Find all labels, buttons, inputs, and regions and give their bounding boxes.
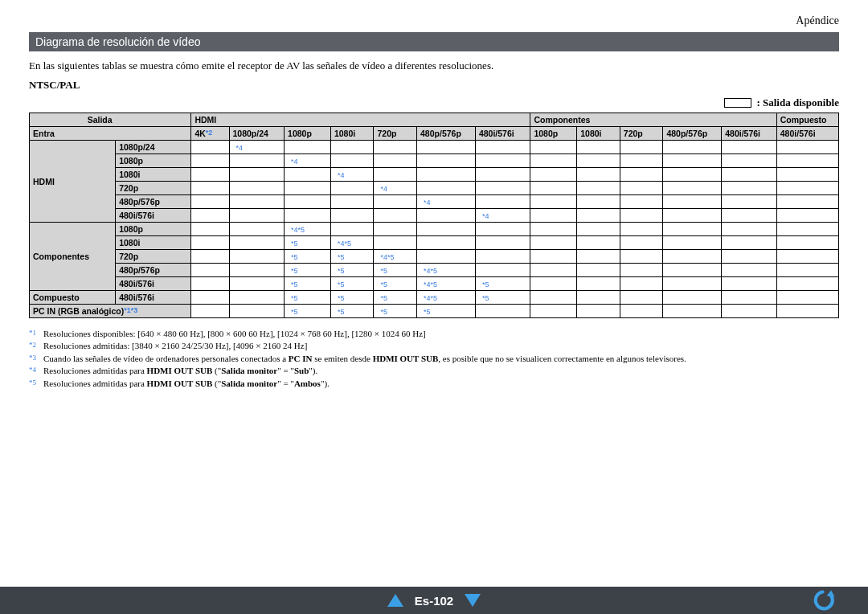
out-col-header: 720p — [620, 127, 663, 141]
cell — [722, 250, 777, 264]
cell — [191, 209, 229, 223]
cell: *5 — [475, 277, 530, 291]
cell — [530, 264, 577, 277]
cell — [191, 264, 229, 277]
cell — [577, 141, 620, 154]
return-icon[interactable] — [812, 588, 836, 612]
cell — [229, 250, 285, 264]
cell — [530, 168, 577, 182]
cell — [620, 236, 663, 250]
table-row: 720p*5*5*4*5 — [30, 250, 839, 264]
footnote-text: Resoluciones disponibles: [640 × 480 60 … — [43, 328, 426, 340]
row-label: 480p/576p — [116, 264, 191, 277]
table-row: Componentes1080p*4*5 — [30, 223, 839, 236]
footnote: *3Cuando las señales de vídeo de ordenad… — [29, 353, 839, 365]
cell: *4*5 — [330, 236, 374, 250]
cell — [475, 236, 530, 250]
table-row: HDMI1080p/24*4 — [30, 141, 839, 154]
table-row: 480i/576i*4 — [30, 209, 839, 223]
row-group: Compuesto — [30, 291, 116, 305]
out-col-header: 1080i — [330, 127, 374, 141]
out-col-header: 1080p/24 — [229, 127, 285, 141]
cell — [663, 264, 722, 277]
row-label: 1080p — [116, 154, 191, 168]
cell — [722, 223, 777, 236]
cell — [776, 168, 838, 182]
cell: *5 — [285, 291, 331, 305]
cell — [374, 168, 417, 182]
appendix-label: Apéndice — [29, 14, 839, 27]
cell: *4 — [417, 195, 476, 209]
cell — [191, 141, 229, 154]
cell — [191, 291, 229, 305]
cell — [417, 250, 476, 264]
cell — [229, 277, 285, 291]
group-componentes-header: Componentes — [530, 113, 776, 127]
section-title: Diagrama de resolución de vídeo — [29, 32, 839, 51]
cell — [191, 277, 229, 291]
footnote: *2Resoluciones admitidas: [3840 × 2160 2… — [29, 340, 839, 352]
cell — [577, 305, 620, 318]
cell — [475, 141, 530, 154]
cell — [530, 305, 577, 318]
cell — [776, 223, 838, 236]
cell — [374, 223, 417, 236]
cell — [663, 291, 722, 305]
cell — [577, 209, 620, 223]
cell — [417, 209, 476, 223]
row-label: 1080p — [116, 223, 191, 236]
cell — [229, 223, 285, 236]
cell — [417, 168, 476, 182]
cell — [776, 250, 838, 264]
cell — [722, 277, 777, 291]
footnote-ref: *5 — [29, 378, 43, 390]
cell: *4*5 — [374, 250, 417, 264]
cell — [229, 168, 285, 182]
cell: *4*5 — [417, 277, 476, 291]
prev-page-icon[interactable] — [387, 594, 403, 607]
cell — [620, 209, 663, 223]
cell — [722, 236, 777, 250]
table-row: PC IN (RGB analógico)*1*3*5*5*5*5 — [30, 305, 839, 318]
cell — [776, 141, 838, 154]
cell: *5 — [330, 291, 374, 305]
cell — [417, 154, 476, 168]
cell — [620, 250, 663, 264]
footnote-text: Resoluciones admitidas para HDMI OUT SUB… — [43, 365, 317, 377]
cell — [374, 209, 417, 223]
footnote-ref: *4 — [29, 365, 43, 377]
cell — [577, 154, 620, 168]
table-row: 720p*4 — [30, 182, 839, 195]
intro-text: En las siguientes tablas se muestra cómo… — [29, 59, 839, 72]
cell — [285, 195, 331, 209]
cell — [285, 141, 331, 154]
cell — [330, 182, 374, 195]
cell — [530, 195, 577, 209]
cell — [776, 305, 838, 318]
table-row: 480i/576i*5*5*5*4*5*5 — [30, 277, 839, 291]
row-label: 480i/576i — [116, 277, 191, 291]
cell: *4*5 — [417, 291, 476, 305]
cell — [663, 154, 722, 168]
cell — [475, 250, 530, 264]
cell — [374, 195, 417, 209]
next-page-icon[interactable] — [465, 594, 481, 607]
cell: *5 — [285, 305, 331, 318]
cell: *4 — [285, 154, 331, 168]
cell — [776, 236, 838, 250]
footnote-text: Resoluciones admitidas: [3840 × 2160 24/… — [43, 340, 307, 352]
cell — [191, 154, 229, 168]
cell: *4*5 — [417, 264, 476, 277]
out-col-header: 480i/576i — [475, 127, 530, 141]
out-col-header: 1080p — [530, 127, 577, 141]
cell — [776, 291, 838, 305]
cell — [374, 154, 417, 168]
footnote: *4Resoluciones admitidas para HDMI OUT S… — [29, 365, 839, 377]
cell — [229, 195, 285, 209]
cell — [285, 168, 331, 182]
row-group: HDMI — [30, 141, 116, 223]
footnote-ref: *3 — [29, 353, 43, 365]
cell — [620, 277, 663, 291]
cell — [229, 264, 285, 277]
cell — [475, 223, 530, 236]
